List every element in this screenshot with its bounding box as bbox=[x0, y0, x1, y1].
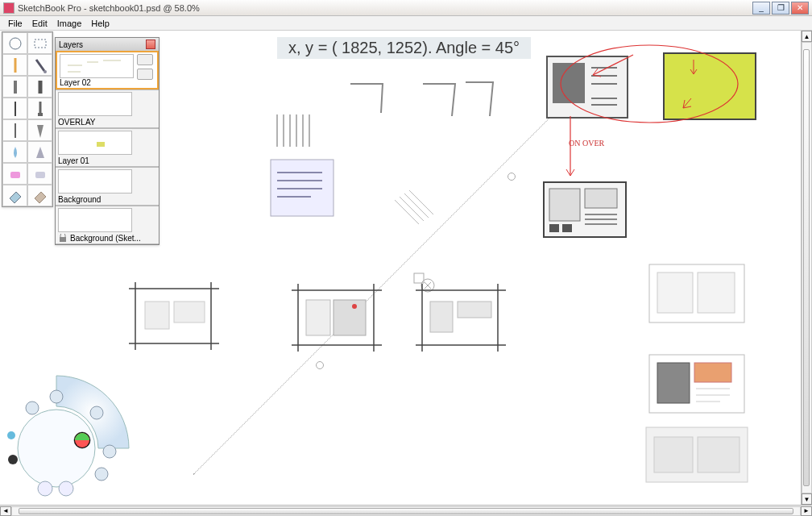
svg-rect-45 bbox=[97, 142, 105, 147]
scroll-down-icon[interactable]: ▼ bbox=[802, 493, 812, 505]
tool-pointer[interactable] bbox=[2, 32, 27, 54]
menu-bar: File Edit Image Help bbox=[0, 16, 812, 31]
tool-sharpen[interactable] bbox=[27, 141, 52, 163]
title-bar: SketchBook Pro - sketchbook01.psd @ 58.0… bbox=[0, 0, 812, 16]
layer-thumb bbox=[60, 54, 134, 78]
scroll-left-icon[interactable]: ◄ bbox=[0, 506, 11, 516]
svg-rect-23 bbox=[657, 363, 690, 403]
scroll-thumb[interactable] bbox=[803, 49, 810, 486]
svg-rect-20 bbox=[657, 273, 693, 313]
menu-file[interactable]: File bbox=[3, 19, 27, 28]
svg-rect-15 bbox=[334, 300, 366, 335]
svg-rect-44 bbox=[35, 172, 45, 178]
menu-edit[interactable]: Edit bbox=[27, 19, 52, 28]
tool-chisel[interactable] bbox=[27, 76, 52, 98]
svg-rect-21 bbox=[698, 273, 735, 313]
layer-opacity-icon[interactable] bbox=[137, 69, 153, 80]
scroll-thumb[interactable] bbox=[19, 508, 793, 514]
scroll-track[interactable] bbox=[11, 506, 801, 516]
svg-point-30 bbox=[7, 431, 15, 439]
tool-smudge[interactable] bbox=[2, 141, 27, 163]
svg-rect-46 bbox=[60, 237, 66, 242]
layer-row[interactable]: Layer 01 bbox=[56, 128, 159, 167]
tool-pencil[interactable] bbox=[2, 54, 27, 76]
red-annotation bbox=[545, 39, 770, 187]
layer-thumb bbox=[58, 131, 132, 155]
tool-brush[interactable] bbox=[27, 98, 52, 119]
svg-rect-43 bbox=[10, 172, 20, 178]
layer-row[interactable]: Background bbox=[56, 167, 159, 206]
svg-point-38 bbox=[59, 481, 73, 496]
svg-rect-27 bbox=[698, 437, 740, 472]
svg-rect-41 bbox=[35, 40, 46, 48]
svg-point-29 bbox=[8, 455, 18, 464]
tool-eraser-a[interactable] bbox=[2, 163, 27, 185]
layers-header[interactable]: Layers bbox=[56, 38, 159, 51]
horizontal-scrollbar[interactable]: ◄ ► bbox=[0, 505, 812, 516]
crop-frame-b bbox=[290, 282, 383, 356]
layer-row[interactable]: OVERLAY bbox=[56, 89, 159, 128]
svg-rect-14 bbox=[306, 300, 330, 335]
svg-rect-17 bbox=[430, 302, 453, 332]
minimize-button[interactable]: _ bbox=[752, 2, 770, 15]
vertical-scrollbar[interactable]: ▲ ▼ bbox=[801, 31, 812, 505]
layer-name: Background bbox=[58, 195, 101, 204]
svg-point-16 bbox=[352, 304, 357, 309]
tool-cone-brush[interactable] bbox=[27, 119, 52, 141]
svg-point-36 bbox=[103, 445, 116, 458]
svg-point-37 bbox=[95, 468, 108, 481]
tool-eraser-b[interactable] bbox=[27, 163, 52, 185]
menu-help[interactable]: Help bbox=[86, 19, 114, 28]
scroll-track[interactable] bbox=[802, 42, 812, 493]
crop-frame-c bbox=[414, 282, 508, 356]
svg-rect-18 bbox=[458, 302, 491, 318]
layer-thumb bbox=[58, 92, 132, 116]
ruler-handle[interactable] bbox=[316, 361, 324, 369]
window-controls: _ ❐ ✕ bbox=[752, 2, 809, 15]
wireframe-mid bbox=[541, 179, 632, 247]
svg-rect-9 bbox=[549, 224, 559, 232]
svg-point-34 bbox=[50, 390, 63, 403]
svg-point-33 bbox=[26, 402, 39, 414]
svg-point-39 bbox=[38, 481, 52, 496]
tool-airbrush[interactable] bbox=[27, 54, 52, 76]
svg-rect-24 bbox=[694, 363, 731, 382]
wire-r3 bbox=[644, 422, 751, 490]
ruler-handle[interactable] bbox=[508, 173, 516, 181]
svg-point-35 bbox=[90, 406, 103, 419]
wire-r2 bbox=[648, 353, 748, 419]
app-icon bbox=[3, 2, 14, 14]
scroll-up-icon[interactable]: ▲ bbox=[802, 31, 812, 42]
layer-name: Layer 01 bbox=[58, 156, 89, 165]
ruler-readout: x, y = ( 1825, 1252). Angle = 45° bbox=[277, 37, 531, 59]
layers-close-icon[interactable] bbox=[146, 40, 155, 49]
annotation-label: ON OVER bbox=[569, 139, 604, 148]
layers-title: Layers bbox=[59, 40, 83, 49]
window-title: SketchBook Pro - sketchbook01.psd @ 58.0… bbox=[18, 3, 752, 13]
scroll-right-icon[interactable]: ► bbox=[801, 506, 812, 516]
layer-name: Layer 02 bbox=[60, 78, 91, 87]
svg-rect-26 bbox=[654, 437, 693, 472]
layer-row[interactable]: Background (Sket... bbox=[56, 206, 159, 244]
brush-lagoon[interactable] bbox=[0, 368, 137, 505]
maximize-button[interactable]: ❐ bbox=[772, 2, 789, 15]
tool-marker[interactable] bbox=[2, 76, 27, 98]
svg-point-42 bbox=[44, 70, 47, 73]
layer-visibility-icon[interactable] bbox=[137, 54, 153, 65]
layers-panel[interactable]: Layers Layer 02 OVERLAY Layer 01 Backgro… bbox=[55, 37, 160, 245]
svg-rect-10 bbox=[562, 224, 572, 232]
tool-pen[interactable] bbox=[2, 98, 27, 119]
close-button[interactable]: ✕ bbox=[791, 2, 809, 15]
tool-bucket[interactable] bbox=[2, 185, 27, 206]
svg-rect-7 bbox=[549, 189, 580, 221]
tool-gradient[interactable] bbox=[27, 185, 52, 206]
layer-name: OVERLAY bbox=[58, 118, 96, 127]
lock-icon bbox=[59, 234, 67, 242]
menu-image[interactable]: Image bbox=[52, 19, 87, 28]
layer-row[interactable]: Layer 02 bbox=[56, 51, 159, 89]
svg-point-40 bbox=[10, 38, 21, 49]
tool-lasso[interactable] bbox=[27, 32, 52, 54]
tool-palette[interactable] bbox=[2, 31, 53, 207]
wire-r1 bbox=[648, 263, 748, 329]
tool-fine-pen[interactable] bbox=[2, 119, 27, 141]
